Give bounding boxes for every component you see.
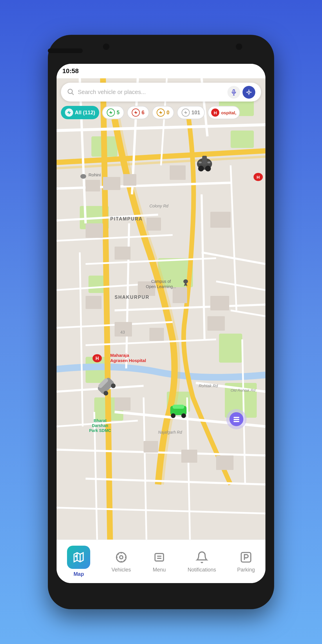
svg-rect-43 bbox=[86, 180, 100, 191]
bottom-nav: Map Vehicles bbox=[57, 540, 265, 583]
filter-chip-all[interactable]: All (112) bbox=[61, 106, 99, 119]
svg-rect-90 bbox=[207, 162, 210, 163]
svg-marker-116 bbox=[134, 111, 138, 114]
phone-top-bar bbox=[48, 35, 274, 61]
filter-dot-green bbox=[107, 108, 115, 117]
filter-green-count: 5 bbox=[117, 110, 120, 116]
svg-rect-96 bbox=[173, 405, 184, 409]
svg-rect-56 bbox=[149, 328, 164, 341]
svg-point-87 bbox=[198, 166, 204, 171]
parking-icon bbox=[239, 550, 253, 565]
svg-point-104 bbox=[68, 89, 72, 93]
svg-rect-48 bbox=[146, 218, 161, 231]
svg-rect-7 bbox=[219, 334, 242, 363]
svg-marker-115 bbox=[109, 111, 113, 114]
nav-item-vehicles[interactable]: Vehicles bbox=[106, 547, 137, 576]
svg-rect-103 bbox=[234, 421, 239, 422]
filter-chip-red[interactable]: 6 bbox=[127, 106, 149, 119]
filter-dot-all bbox=[65, 108, 73, 117]
svg-rect-47 bbox=[86, 223, 103, 238]
svg-text:Rohini: Rohini bbox=[88, 172, 101, 177]
filter-chip-gray[interactable]: 101 bbox=[177, 106, 205, 119]
svg-rect-2 bbox=[231, 131, 254, 148]
svg-text:Darshan: Darshan bbox=[92, 423, 108, 428]
filter-red-count: 6 bbox=[142, 110, 144, 116]
nav-item-notifications[interactable]: Notifications bbox=[182, 547, 222, 576]
search-bar[interactable]: Search vehicle or places... bbox=[61, 83, 261, 102]
filter-all-label: All (112) bbox=[75, 110, 95, 116]
svg-marker-118 bbox=[184, 111, 187, 114]
speaker-notch bbox=[48, 48, 83, 53]
nav-map-icon-bg bbox=[67, 546, 90, 569]
filter-chip-hospital[interactable]: H ospital, bbox=[208, 106, 240, 119]
svg-point-123 bbox=[120, 556, 123, 559]
nav-item-parking[interactable]: Parking bbox=[231, 547, 261, 576]
camera-right bbox=[236, 44, 242, 50]
svg-point-121 bbox=[75, 555, 77, 557]
svg-point-88 bbox=[205, 166, 211, 171]
status-bar: 10:58 bbox=[57, 64, 265, 78]
svg-text:Open Learning...: Open Learning... bbox=[146, 284, 176, 289]
svg-rect-46 bbox=[170, 165, 186, 180]
svg-rect-54 bbox=[86, 296, 102, 309]
nav-item-menu[interactable]: Menu bbox=[146, 547, 172, 576]
nav-label-parking: Parking bbox=[237, 567, 255, 573]
svg-text:H: H bbox=[257, 175, 260, 180]
svg-marker-117 bbox=[159, 111, 162, 114]
svg-rect-101 bbox=[234, 417, 239, 418]
svg-rect-130 bbox=[155, 553, 163, 561]
svg-text:Old Rohtak Rd: Old Rohtak Rd bbox=[231, 388, 256, 392]
map-icon bbox=[73, 551, 85, 563]
svg-rect-102 bbox=[234, 419, 239, 420]
filter-dot-gray bbox=[182, 108, 190, 117]
svg-text:Park SDMC: Park SDMC bbox=[89, 428, 111, 433]
svg-text:SHAKURPUR: SHAKURPUR bbox=[115, 295, 149, 300]
svg-line-105 bbox=[72, 93, 74, 95]
filter-hospital-icon: H bbox=[211, 108, 219, 117]
svg-rect-49 bbox=[210, 212, 231, 228]
svg-text:H: H bbox=[95, 356, 99, 361]
search-placeholder: Search vehicle or places... bbox=[78, 89, 225, 95]
filter-dot-red bbox=[132, 108, 140, 117]
svg-marker-114 bbox=[67, 111, 71, 114]
svg-text:Rohtak Rd: Rohtak Rd bbox=[199, 383, 218, 388]
nav-label-vehicles: Vehicles bbox=[111, 567, 131, 573]
svg-point-109 bbox=[248, 91, 250, 93]
location-icon[interactable] bbox=[243, 86, 255, 99]
svg-text:Agrasen Hospital: Agrasen Hospital bbox=[110, 358, 146, 363]
svg-rect-53 bbox=[210, 296, 229, 310]
filter-dot-yellow bbox=[157, 108, 165, 117]
phone-frame: 10:58 bbox=[48, 35, 274, 609]
nav-label-map: Map bbox=[73, 571, 84, 577]
nav-label-notifications: Notifications bbox=[188, 567, 216, 573]
map-svg: PITAMPURA SHAKURPUR Colony Rd Rohini Roh… bbox=[57, 78, 265, 554]
svg-rect-59 bbox=[144, 441, 158, 453]
mic-icon[interactable] bbox=[227, 86, 240, 99]
svg-rect-52 bbox=[173, 287, 187, 303]
svg-rect-57 bbox=[207, 316, 225, 331]
svg-rect-86 bbox=[202, 156, 207, 164]
filter-row: All (112) 5 bbox=[61, 106, 261, 119]
filter-chip-yellow[interactable]: 0 bbox=[152, 106, 174, 119]
nav-item-map[interactable]: Map bbox=[61, 543, 96, 580]
svg-text:Bharat: Bharat bbox=[94, 418, 107, 423]
camera-left bbox=[103, 44, 109, 50]
map-area: PITAMPURA SHAKURPUR Colony Rd Rohini Roh… bbox=[57, 78, 265, 554]
svg-point-78 bbox=[183, 279, 188, 283]
svg-line-129 bbox=[124, 560, 125, 561]
svg-rect-89 bbox=[199, 162, 202, 163]
filter-gray-count: 101 bbox=[191, 110, 200, 116]
menu-icon bbox=[152, 550, 167, 565]
status-time: 10:58 bbox=[62, 67, 79, 75]
svg-text:PITAMPURA: PITAMPURA bbox=[110, 216, 143, 221]
filter-hospital-label: ospital, bbox=[221, 110, 236, 115]
vehicles-icon bbox=[114, 550, 129, 565]
svg-text:Colony Rd: Colony Rd bbox=[149, 204, 169, 208]
svg-point-98 bbox=[181, 413, 186, 418]
svg-rect-50 bbox=[115, 247, 131, 260]
notifications-icon bbox=[195, 550, 209, 565]
svg-text:Maharaja: Maharaja bbox=[110, 353, 129, 358]
filter-chip-green[interactable]: 5 bbox=[102, 106, 124, 119]
svg-rect-61 bbox=[216, 455, 234, 470]
svg-text:Campus of: Campus of bbox=[151, 279, 171, 284]
